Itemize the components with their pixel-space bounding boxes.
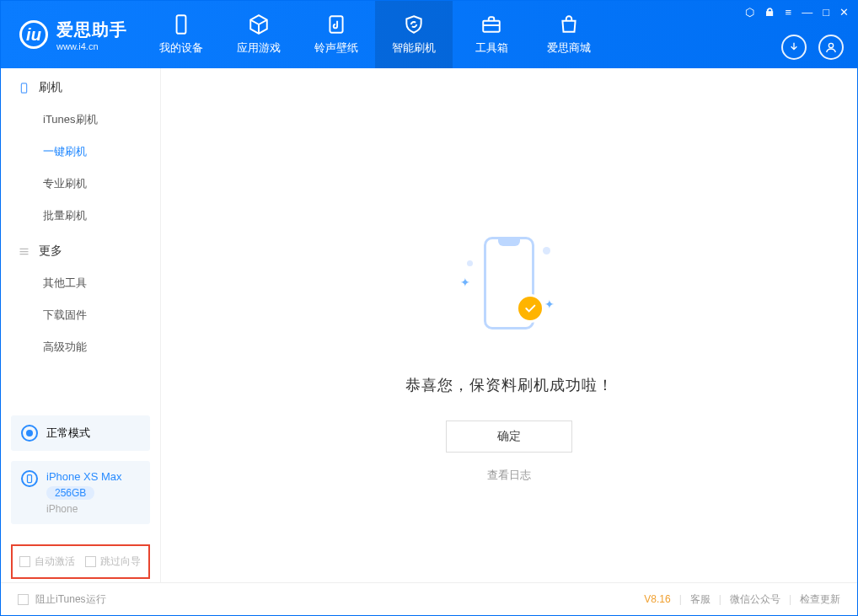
mode-card[interactable]: 正常模式 — [11, 415, 150, 451]
version-label: V8.16 — [644, 593, 670, 605]
wechat-link[interactable]: 微信公众号 — [730, 592, 780, 607]
nav-label: 铃声壁纸 — [314, 40, 358, 56]
toolbox-icon — [480, 13, 502, 35]
device-icon — [170, 13, 192, 35]
nav-label: 我的设备 — [159, 40, 203, 56]
checkbox-icon — [85, 556, 96, 567]
confirm-button[interactable]: 确定 — [446, 420, 572, 453]
sparkle-icon: ✦ — [544, 297, 555, 311]
nav-apps[interactable]: 应用游戏 — [220, 1, 298, 68]
dot-icon — [467, 260, 473, 266]
sidebar-item-firmware[interactable]: 下载固件 — [1, 299, 160, 331]
main-nav: 我的设备 应用游戏 铃声壁纸 智能刷机 工具箱 爱思商城 — [142, 1, 608, 68]
app-logo: iu 爱思助手 www.i4.cn — [1, 1, 142, 68]
app-name: 爱思助手 — [56, 19, 127, 41]
svg-rect-1 — [330, 16, 342, 33]
sidebar-group-flash: 刷机 — [1, 68, 160, 104]
user-button[interactable] — [818, 35, 844, 60]
sidebar-item-onekey[interactable]: 一键刷机 — [1, 136, 160, 168]
skip-guide-checkbox[interactable]: 跳过向导 — [85, 554, 141, 569]
check-update-link[interactable]: 检查更新 — [800, 592, 840, 607]
device-capacity: 256GB — [46, 486, 94, 500]
nav-label: 智能刷机 — [392, 40, 436, 56]
group-label: 刷机 — [39, 80, 62, 95]
device-name: iPhone XS Max — [46, 470, 122, 483]
checkbox-label: 自动激活 — [35, 554, 75, 569]
logo-icon: iu — [19, 20, 48, 49]
sidebar: 刷机 iTunes刷机 一键刷机 专业刷机 批量刷机 更多 其他工具 下载固件 … — [1, 68, 161, 582]
checkbox-icon — [19, 556, 30, 567]
sidebar-item-advanced[interactable]: 高级功能 — [1, 331, 160, 363]
device-type: iPhone — [46, 503, 122, 515]
sidebar-group-more: 更多 — [1, 232, 160, 267]
device-icon — [21, 470, 38, 487]
svg-rect-5 — [28, 475, 32, 483]
header-right-buttons — [781, 35, 844, 60]
app-header: iu 爱思助手 www.i4.cn 我的设备 应用游戏 铃声壁纸 智能刷机 工具… — [1, 1, 857, 68]
sidebar-item-pro[interactable]: 专业刷机 — [1, 168, 160, 200]
download-button[interactable] — [781, 35, 807, 60]
cube-icon — [248, 13, 270, 35]
bag-icon — [558, 13, 580, 35]
status-bar: 阻止iTunes运行 V8.16 | 客服 | 微信公众号 | 检查更新 — [1, 582, 857, 615]
refresh-shield-icon — [403, 13, 425, 35]
checkbox-label: 阻止iTunes运行 — [35, 592, 106, 607]
music-file-icon — [325, 13, 347, 35]
success-illustration: ✦ ✦ — [472, 237, 546, 346]
svg-rect-0 — [177, 15, 186, 34]
menu-icon[interactable]: ≡ — [786, 6, 792, 19]
view-log-link[interactable]: 查看日志 — [487, 468, 531, 483]
nav-label: 爱思商城 — [547, 40, 591, 56]
mode-label: 正常模式 — [46, 426, 90, 441]
svg-rect-2 — [483, 21, 500, 32]
success-message: 恭喜您，保资料刷机成功啦！ — [405, 375, 614, 395]
sparkle-icon: ✦ — [460, 276, 470, 289]
svg-rect-4 — [21, 83, 26, 92]
mode-icon — [21, 425, 38, 442]
svg-point-3 — [829, 43, 833, 47]
minimize-button[interactable]: — — [802, 6, 812, 19]
sidebar-item-itunes[interactable]: iTunes刷机 — [1, 104, 160, 136]
window-controls: ⬡ 🔒︎ ≡ — □ ✕ — [745, 6, 849, 19]
maximize-button[interactable]: □ — [823, 6, 829, 19]
device-card[interactable]: iPhone XS Max 256GB iPhone — [11, 461, 150, 524]
nav-flash[interactable]: 智能刷机 — [375, 1, 453, 68]
nav-store[interactable]: 爱思商城 — [530, 1, 608, 68]
close-button[interactable]: ✕ — [839, 6, 849, 19]
checkmark-badge-icon — [516, 294, 544, 323]
group-label: 更多 — [39, 244, 62, 259]
support-link[interactable]: 客服 — [690, 592, 711, 607]
checkbox-label: 跳过向导 — [100, 554, 141, 569]
nav-label: 应用游戏 — [237, 40, 281, 56]
flash-options-highlight: 自动激活 跳过向导 — [11, 544, 150, 579]
nav-device[interactable]: 我的设备 — [142, 1, 220, 68]
lock-icon[interactable]: 🔒︎ — [764, 6, 775, 19]
app-url: www.i4.cn — [56, 41, 127, 51]
list-icon — [18, 245, 30, 258]
sidebar-item-batch[interactable]: 批量刷机 — [1, 200, 160, 232]
phone-icon — [18, 82, 30, 94]
dot-icon — [543, 247, 550, 254]
nav-ringtone[interactable]: 铃声壁纸 — [298, 1, 375, 68]
content-pane: ✦ ✦ 恭喜您，保资料刷机成功啦！ 确定 查看日志 — [161, 68, 857, 582]
sidebar-item-other[interactable]: 其他工具 — [1, 267, 160, 299]
block-itunes-checkbox[interactable]: 阻止iTunes运行 — [18, 592, 106, 607]
auto-activate-checkbox[interactable]: 自动激活 — [19, 554, 75, 569]
checkbox-icon — [18, 594, 29, 605]
nav-tools[interactable]: 工具箱 — [453, 1, 530, 68]
shirt-icon[interactable]: ⬡ — [745, 6, 754, 19]
main-area: 刷机 iTunes刷机 一键刷机 专业刷机 批量刷机 更多 其他工具 下载固件 … — [1, 68, 857, 582]
nav-label: 工具箱 — [475, 40, 508, 56]
